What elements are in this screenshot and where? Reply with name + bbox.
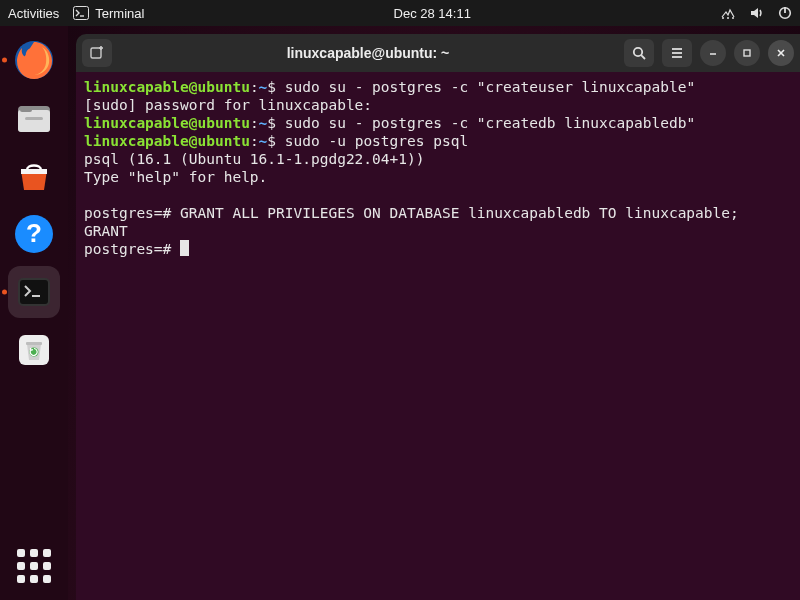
svg-rect-10	[20, 106, 32, 112]
output-line: [sudo] password for linuxcapable:	[84, 97, 372, 113]
menu-button[interactable]	[662, 39, 692, 67]
svg-rect-19	[26, 342, 42, 345]
cmd-line: GRANT ALL PRIVILEGES ON DATABASE linuxca…	[180, 205, 739, 221]
terminal-icon	[73, 6, 89, 20]
cursor	[180, 240, 189, 256]
dock: ?	[0, 26, 68, 600]
output-line: psql (16.1 (Ubuntu 16.1-1.pgdg22.04+1))	[84, 151, 424, 167]
svg-rect-16	[20, 280, 48, 304]
focused-app-indicator[interactable]: Terminal	[73, 6, 144, 21]
dock-item-software[interactable]	[8, 150, 60, 202]
window-title: linuxcapable@ubuntu: ~	[118, 45, 618, 61]
svg-rect-15	[18, 278, 50, 306]
output-line: GRANT	[84, 223, 128, 239]
svg-rect-30	[744, 50, 750, 56]
svg-rect-11	[25, 117, 43, 120]
dock-item-help[interactable]: ?	[8, 208, 60, 260]
dock-item-firefox[interactable]	[8, 34, 60, 86]
volume-icon[interactable]	[750, 6, 764, 20]
minimize-button[interactable]	[700, 40, 726, 66]
new-tab-button[interactable]	[82, 39, 112, 67]
top-panel: Activities Terminal Dec 28 14:11	[0, 0, 800, 26]
cmd-line: sudo -u postgres psql	[285, 133, 468, 149]
svg-point-7	[15, 41, 53, 79]
show-applications-button[interactable]	[10, 542, 58, 590]
dock-item-terminal[interactable]	[8, 266, 60, 318]
prompt-userhost: linuxcapable@ubuntu	[84, 115, 250, 131]
terminal-body[interactable]: linuxcapable@ubuntu:~$ sudo su - postgre…	[76, 72, 800, 600]
titlebar[interactable]: linuxcapable@ubuntu: ~	[76, 34, 800, 72]
prompt-userhost: linuxcapable@ubuntu	[84, 133, 250, 149]
clock[interactable]: Dec 28 14:11	[394, 6, 471, 21]
network-icon[interactable]	[720, 6, 736, 20]
svg-rect-18	[19, 335, 49, 365]
psql-prompt: postgres=#	[84, 205, 171, 221]
svg-rect-0	[74, 7, 89, 20]
apps-grid-icon	[17, 549, 51, 583]
svg-rect-9	[18, 110, 50, 132]
svg-rect-12	[21, 169, 47, 174]
psql-prompt: postgres=#	[84, 241, 171, 257]
svg-point-13	[15, 215, 53, 253]
dock-item-files[interactable]	[8, 92, 60, 144]
svg-point-24	[634, 48, 642, 56]
prompt-userhost: linuxcapable@ubuntu	[84, 79, 250, 95]
svg-rect-8	[18, 106, 50, 132]
maximize-button[interactable]	[734, 40, 760, 66]
svg-line-25	[641, 55, 645, 59]
dock-item-trash[interactable]	[8, 324, 60, 376]
svg-point-4	[732, 17, 734, 19]
terminal-window: linuxcapable@ubuntu: ~	[76, 34, 800, 600]
workspace: ? linuxcapable@ubuntu: ~	[0, 26, 800, 600]
power-icon[interactable]	[778, 6, 792, 20]
svg-rect-21	[91, 48, 101, 58]
output-line: Type "help" for help.	[84, 169, 267, 185]
svg-text:?: ?	[26, 218, 42, 248]
cmd-line: sudo su - postgres -c "createdb linuxcap…	[285, 115, 695, 131]
desktop: linuxcapable@ubuntu: ~	[68, 26, 800, 600]
cmd-line: sudo su - postgres -c "createuser linuxc…	[285, 79, 695, 95]
search-button[interactable]	[624, 39, 654, 67]
svg-point-2	[722, 17, 724, 19]
svg-point-20	[30, 348, 39, 357]
activities-button[interactable]: Activities	[8, 6, 59, 21]
close-button[interactable]	[768, 40, 794, 66]
focused-app-label: Terminal	[95, 6, 144, 21]
svg-point-3	[727, 17, 729, 19]
